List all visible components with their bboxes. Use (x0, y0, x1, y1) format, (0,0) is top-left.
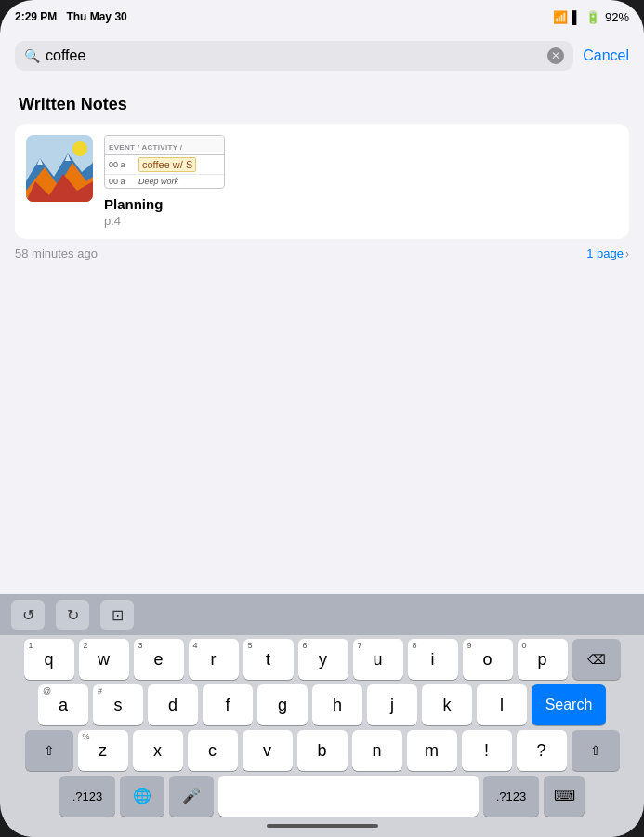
home-indicator (267, 824, 378, 828)
table-row1-time: 00 a (109, 160, 135, 169)
space-key[interactable] (218, 776, 479, 817)
key-g[interactable]: g (257, 684, 308, 725)
table-row-1: 00 a coffee w/ S (105, 155, 224, 175)
shift-left-button[interactable]: ⇧ (25, 730, 73, 771)
delete-button[interactable]: ⌫ (572, 639, 621, 680)
key-p[interactable]: 0p (518, 639, 568, 680)
key-j[interactable]: j (367, 684, 417, 725)
note-page: p.4 (104, 214, 618, 228)
redo-button[interactable]: ↻ (56, 600, 89, 630)
table-row-2: 00 a Deep work (105, 175, 224, 188)
key-x[interactable]: x (133, 730, 183, 771)
key-i[interactable]: 8i (408, 639, 458, 680)
table-row2-cell: Deep work (138, 177, 178, 186)
note-preview-table: EVENT / ACTIVITY / 00 a coffee w/ S 00 a… (104, 135, 225, 189)
table-header: EVENT / ACTIVITY / (105, 136, 224, 155)
key-c[interactable]: c (188, 730, 238, 771)
key-l[interactable]: l (477, 684, 527, 725)
clear-search-button[interactable]: ✕ (547, 47, 564, 64)
key-q[interactable]: 1q (24, 639, 74, 680)
key-s[interactable]: #s (93, 684, 143, 725)
battery-percent: 92% (605, 10, 629, 24)
undo-icon: ↺ (22, 606, 34, 624)
key-t[interactable]: 5t (243, 639, 294, 680)
keyboard-rows: 1q 2w 3e 4r 5t 6y 7u 8i 9o 0p ⌫ @a #s d … (0, 635, 644, 818)
key-k[interactable]: k (422, 684, 472, 725)
key-row-2: @a #s d f g h j k l Search (4, 684, 640, 725)
status-time: 2:29 PM (15, 10, 57, 23)
status-icons: 📶 ▌ 🔋 92% (553, 10, 629, 24)
note-result-card[interactable]: EVENT / ACTIVITY / 00 a coffee w/ S 00 a… (15, 124, 629, 239)
key-row-3: ⇧ %z x c v b n m ! ? ⇧ (4, 730, 640, 771)
key-b[interactable]: b (297, 730, 348, 771)
status-date: Thu May 30 (66, 10, 126, 23)
key-d[interactable]: d (148, 684, 198, 725)
num-123-left-button[interactable]: .?123 (59, 776, 115, 817)
search-button[interactable]: Search (532, 684, 606, 725)
bottom-bar (0, 818, 644, 837)
num-123-right-button[interactable]: .?123 (483, 776, 539, 817)
key-a[interactable]: @a (38, 684, 88, 725)
key-row-1: 1q 2w 3e 4r 5t 6y 7u 8i 9o 0p ⌫ (4, 639, 640, 680)
search-area: 🔍 coffee ✕ Cancel (0, 33, 644, 80)
table-header-text: EVENT / ACTIVITY / (109, 143, 182, 152)
key-h[interactable]: h (312, 684, 362, 725)
key-question[interactable]: ? (517, 730, 567, 771)
globe-button[interactable]: 🌐 (120, 776, 164, 817)
num123-left-label: .?123 (72, 790, 103, 803)
search-button-label: Search (545, 698, 593, 712)
section-title-written-notes: Written Notes (0, 80, 644, 124)
paste-icon: ⊡ (112, 606, 124, 624)
redo-icon: ↻ (67, 606, 79, 624)
paste-button[interactable]: ⊡ (100, 600, 134, 630)
main-content: Written Notes (0, 80, 644, 594)
key-u[interactable]: 7u (353, 639, 403, 680)
status-bar: 2:29 PM Thu May 30 📶 ▌ 🔋 92% (0, 0, 644, 33)
key-z[interactable]: %z (78, 730, 128, 771)
wifi-icon: 📶 (553, 10, 568, 24)
key-row-bottom: .?123 🌐 🎤 .?123 ⌨ (4, 776, 640, 817)
svg-point-7 (72, 141, 87, 156)
note-time-ago: 58 minutes ago (15, 246, 98, 260)
num123-right-label: .?123 (496, 790, 527, 803)
shift-right-button[interactable]: ⇧ (572, 730, 620, 771)
pages-count: 1 page (586, 246, 624, 260)
cancel-button[interactable]: Cancel (583, 47, 629, 64)
search-bar[interactable]: 🔍 coffee ✕ (15, 41, 573, 71)
status-time-date: 2:29 PM Thu May 30 (15, 10, 127, 23)
table-row1-highlight: coffee w/ S (138, 157, 196, 172)
key-y[interactable]: 6y (298, 639, 348, 680)
note-pages-link[interactable]: 1 page › (586, 246, 629, 260)
battery-icon: 🔋 (585, 10, 600, 24)
search-input[interactable]: coffee (46, 47, 542, 64)
mic-icon: 🎤 (182, 789, 201, 804)
key-f[interactable]: f (203, 684, 253, 725)
undo-button[interactable]: ↺ (11, 600, 45, 630)
note-thumbnail (26, 135, 93, 202)
note-info: EVENT / ACTIVITY / 00 a coffee w/ S 00 a… (104, 135, 618, 228)
card-footer: 58 minutes ago 1 page › (15, 246, 629, 264)
key-n[interactable]: n (352, 730, 402, 771)
key-m[interactable]: m (407, 730, 457, 771)
hide-keyboard-button[interactable]: ⌨ (544, 776, 585, 817)
mic-button[interactable]: 🎤 (169, 776, 214, 817)
key-v[interactable]: v (243, 730, 293, 771)
signal-icon: ▌ (572, 10, 581, 24)
table-row2-time: 00 a (109, 177, 135, 186)
key-r[interactable]: 4r (189, 639, 239, 680)
hide-keyboard-icon: ⌨ (554, 789, 575, 804)
key-exclaim[interactable]: ! (462, 730, 512, 771)
keyboard-toolbar: ↺ ↻ ⊡ (0, 594, 644, 635)
shift-right-icon: ⇧ (590, 744, 601, 757)
key-w[interactable]: 2w (79, 639, 129, 680)
keyboard[interactable]: ↺ ↻ ⊡ 1q 2w 3e 4r 5t 6y 7u 8i 9o 0p (0, 594, 644, 837)
search-icon: 🔍 (24, 48, 40, 63)
shift-left-icon: ⇧ (44, 744, 55, 757)
chevron-right-icon: › (625, 247, 629, 260)
key-e[interactable]: 3e (134, 639, 184, 680)
globe-icon: 🌐 (133, 789, 151, 804)
ipad-frame: 2:29 PM Thu May 30 📶 ▌ 🔋 92% 🔍 coffee ✕ … (0, 0, 644, 837)
key-o[interactable]: 9o (463, 639, 513, 680)
note-title: Planning (104, 196, 618, 212)
delete-icon: ⌫ (587, 653, 606, 666)
